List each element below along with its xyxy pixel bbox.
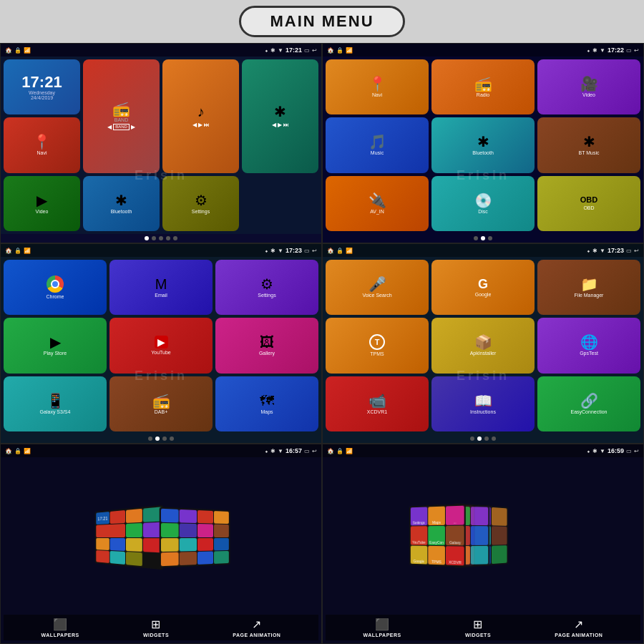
chrome-icon	[47, 275, 64, 293]
google-tile[interactable]: G Google	[431, 260, 535, 315]
back-icon: ↩	[312, 47, 317, 54]
main-title-box: MAIN MENU	[239, 6, 404, 37]
panel-home: 🏠 🔒 📶 ⬥ ✱ ▼ 17:21 ▭ ↩ 17:21 Wednesday24/…	[0, 43, 322, 243]
dab-tile[interactable]: 📻 DAB+	[109, 376, 213, 431]
widgets-button-left[interactable]: ⊞ WIDGETS	[143, 618, 169, 638]
settings-small-tile[interactable]: ⚙ Settings	[162, 176, 239, 231]
wallpapers-button-right[interactable]: ⬛ WALLPAPERS	[364, 618, 401, 638]
pageanimation-button-left[interactable]: ↗ PAGE ANIMATION	[233, 618, 280, 638]
radio-tile[interactable]: 📻 BAND ◀BAND▶	[83, 59, 160, 173]
status-bar-1: 🏠 🔒 📶 ⬥ ✱ ▼ 17:21 ▭ ↩	[1, 44, 321, 57]
main-title-area: MAIN MENU	[0, 0, 644, 43]
xcdvr-label: XCDVR1	[367, 409, 387, 414]
dot	[166, 236, 170, 240]
dots-2	[323, 234, 643, 243]
bluetooth-label: Bluetooth	[472, 150, 494, 155]
music-app-tile[interactable]: 🎵 Music	[326, 117, 429, 172]
maps-icon: 🗺	[260, 394, 274, 408]
home-icon-2: 🏠	[327, 47, 334, 54]
dot	[173, 236, 177, 240]
chrome-tile[interactable]: Chrome	[4, 260, 107, 315]
navi-small-tile[interactable]: 📍 Navi	[4, 117, 80, 172]
easyconnection-tile[interactable]: 🔗 EasyConnection	[537, 376, 640, 431]
radio-app-tile[interactable]: 📻 Radio	[431, 59, 535, 114]
dot	[484, 436, 489, 441]
disc-tile[interactable]: 💿 Disc	[431, 176, 535, 231]
disc-icon: 💿	[474, 193, 492, 208]
settings-small-label: Settings	[192, 209, 210, 214]
maps-tile[interactable]: 🗺 Maps	[215, 376, 318, 431]
video-label: Video	[582, 92, 595, 97]
bluetooth-home-icon: ✱	[274, 104, 286, 119]
xcdvr-tile[interactable]: 📹 XCDVR1	[326, 376, 429, 431]
filemanager-icon: 📁	[580, 277, 598, 291]
apkinstaller-icon: 📦	[474, 335, 492, 349]
status-bar-4: 🏠 🔒 📶 ⬥ ✱ ▼ 17:23 ▭ ↩	[323, 244, 643, 257]
dab-icon: 📻	[152, 394, 170, 408]
video-small-icon: ▶	[36, 193, 47, 208]
status-bar-5: 🏠 🔒 📶 ⬥ ✱ ▼ 16:57 ▭ ↩	[1, 444, 321, 457]
panel-apps3: 🏠 🔒 📶 ⬥ ✱ ▼ 17:23 ▭ ↩ 🎤 Voice Search G G…	[322, 243, 644, 444]
dot	[492, 436, 496, 441]
battery-icon: ▭	[304, 47, 310, 54]
video-small-label: Video	[36, 209, 49, 214]
music-app-icon: 🎵	[369, 135, 386, 149]
video-small-tile[interactable]: ▶ Video	[4, 176, 80, 231]
email-tile[interactable]: M Email	[109, 260, 213, 315]
pageanimation-button-right[interactable]: ↗ PAGE ANIMATION	[555, 618, 602, 638]
customization-content-right: Settings Maps ... YouTube EasyCon Galaxy…	[323, 457, 643, 643]
gpstest-tile[interactable]: 🌐 GpsTest	[537, 318, 640, 373]
gallery-tile[interactable]: 🖼 Gallery	[215, 318, 318, 373]
instructions-tile[interactable]: 📖 Instructions	[431, 376, 535, 431]
youtube-icon: ▶	[155, 336, 168, 348]
youtube-label: YouTube	[151, 350, 171, 355]
clock-tile[interactable]: 17:21 Wednesday24/4/2019	[4, 59, 80, 114]
fold-container-right: Settings Maps ... YouTube EasyCon Galaxy…	[400, 460, 566, 615]
voicesearch-icon: 🎤	[369, 277, 386, 291]
google-label: Google	[475, 292, 492, 297]
galaxy-tile[interactable]: 📱 Galaxy S3/S4	[4, 376, 107, 431]
settings-tile[interactable]: ⚙ Settings	[215, 260, 318, 315]
xcdvr-icon: 📹	[369, 394, 386, 408]
google-icon: G	[478, 278, 488, 291]
bt-icon: ✱	[270, 47, 275, 54]
music-icon: ♪	[197, 104, 205, 119]
voicesearch-tile[interactable]: 🎤 Voice Search	[326, 260, 429, 315]
tpms-label: TPMS	[370, 351, 384, 356]
settings-icon: ⚙	[260, 277, 273, 291]
wallpapers-button-left[interactable]: ⬛ WALLPAPERS	[42, 618, 79, 638]
playstore-tile[interactable]: ▶ Play Store	[4, 318, 107, 373]
dots-4	[323, 434, 643, 443]
widgets-button-right[interactable]: ⊞ WIDGETS	[465, 618, 491, 638]
navi-tile[interactable]: 📍 Navi	[326, 59, 429, 114]
customization-content-left: 17:21	[1, 457, 321, 643]
app-grid-4: 🎤 Voice Search G Google 📁 File Manager T…	[323, 257, 643, 434]
navi-small-label: Navi	[36, 150, 47, 155]
obd-label: OBD	[583, 205, 594, 210]
status-time-4: 17:23	[608, 247, 624, 254]
wallpapers-label-left: WALLPAPERS	[42, 633, 79, 638]
customization-buttons-right: ⬛ WALLPAPERS ⊞ WIDGETS ↗ PAGE ANIMATION	[326, 615, 640, 640]
bluetooth-home-tile[interactable]: ✱ ◀▶⏭	[242, 59, 318, 173]
bt-small-tile[interactable]: ✱ Bluetooth	[83, 176, 160, 231]
apkinstaller-tile[interactable]: 📦 ApkInstaller	[431, 318, 535, 373]
widgets-label-right: WIDGETS	[465, 633, 491, 638]
obd-tile[interactable]: OBD OBD	[537, 176, 640, 231]
video-tile[interactable]: 🎥 Video	[537, 59, 640, 114]
disc-label: Disc	[478, 209, 488, 214]
youtube-tile[interactable]: ▶ YouTube	[109, 318, 213, 373]
music-tile[interactable]: ♪ ◀▶⏭	[162, 59, 239, 173]
btmusic-label: BT Music	[578, 150, 599, 155]
radio-icon: 📻	[112, 102, 130, 116]
tpms-tile[interactable]: T TPMS	[326, 318, 429, 373]
playstore-label: Play Store	[44, 351, 67, 356]
settings-small-icon: ⚙	[195, 193, 208, 208]
dot	[488, 236, 492, 240]
clock-time: 17:21	[21, 74, 62, 90]
voicesearch-label: Voice Search	[362, 293, 391, 298]
bluetooth-tile[interactable]: ✱ Bluetooth	[431, 117, 535, 172]
btmusic-tile[interactable]: ✱ BT Music	[537, 117, 640, 172]
avin-tile[interactable]: 🔌 AV_IN	[326, 176, 429, 231]
filemanager-tile[interactable]: 📁 File Manager	[537, 260, 640, 315]
video-icon: 🎥	[580, 77, 598, 91]
